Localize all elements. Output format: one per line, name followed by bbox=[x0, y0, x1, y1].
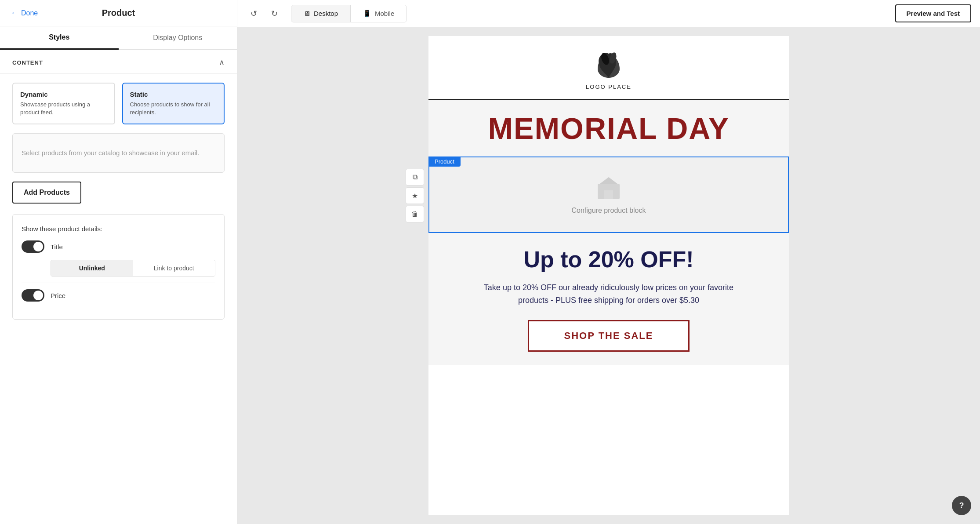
canvas-area: LOGO PLACE MEMORIAL DAY Product ⧉ ★ 🗑 bbox=[237, 27, 980, 524]
done-button[interactable]: ← Done bbox=[11, 8, 38, 18]
favorite-tool-button[interactable]: ★ bbox=[406, 187, 424, 204]
delete-tool-button[interactable]: 🗑 bbox=[406, 206, 424, 222]
logo-icon bbox=[591, 49, 626, 82]
product-block: Configure product block bbox=[428, 156, 789, 233]
panel-header: ← Done Product bbox=[0, 0, 237, 26]
title-detail-row: Title bbox=[22, 240, 215, 253]
email-promo: Up to 20% OFF! Take up to 20% OFF our al… bbox=[428, 233, 789, 365]
side-tools: ⧉ ★ 🗑 bbox=[406, 169, 424, 222]
left-panel: ← Done Product Styles Display Options CO… bbox=[0, 0, 237, 524]
desktop-label: Desktop bbox=[314, 10, 338, 17]
hero-text: MEMORIAL DAY bbox=[446, 113, 771, 143]
product-block-icon bbox=[595, 175, 622, 201]
preview-test-button[interactable]: Preview and Test bbox=[895, 4, 971, 22]
shop-button[interactable]: SHOP THE SALE bbox=[528, 320, 690, 352]
title-detail-label: Title bbox=[51, 243, 63, 251]
link-to-product-button[interactable]: Link to product bbox=[133, 260, 215, 276]
price-toggle[interactable] bbox=[22, 289, 44, 302]
content-section-body: Dynamic Showcase products using a produc… bbox=[0, 74, 237, 328]
svg-rect-4 bbox=[604, 190, 613, 199]
unlinked-button[interactable]: Unlinked bbox=[51, 260, 133, 276]
static-card[interactable]: Static Choose products to show for all r… bbox=[122, 83, 225, 124]
promo-title: Up to 20% OFF! bbox=[455, 246, 762, 273]
mobile-view-button[interactable]: 📱 Mobile bbox=[351, 5, 407, 22]
view-toggle: 🖥 Desktop 📱 Mobile bbox=[291, 5, 407, 22]
content-type-row: Dynamic Showcase products using a produc… bbox=[12, 83, 225, 124]
email-logo-area: LOGO PLACE bbox=[428, 36, 789, 100]
dynamic-card-title: Dynamic bbox=[20, 91, 107, 98]
mobile-label: Mobile bbox=[375, 10, 394, 17]
dynamic-card-desc: Showcase products using a product feed. bbox=[20, 101, 107, 116]
svg-marker-3 bbox=[600, 177, 617, 184]
placeholder-text: Select products from your catalog to sho… bbox=[22, 148, 199, 158]
price-detail-row: Price bbox=[22, 289, 215, 302]
logo-text: LOGO PLACE bbox=[437, 84, 780, 90]
help-button[interactable]: ? bbox=[952, 496, 971, 515]
product-block-config-text: Configure product block bbox=[572, 207, 646, 215]
product-label-tab: Product bbox=[428, 156, 461, 167]
mobile-icon: 📱 bbox=[363, 10, 371, 18]
tab-styles[interactable]: Styles bbox=[0, 26, 119, 50]
email-canvas: LOGO PLACE MEMORIAL DAY Product ⧉ ★ 🗑 bbox=[428, 36, 789, 515]
toolbar: ↺ ↻ 🖥 Desktop 📱 Mobile Preview and Test bbox=[237, 0, 980, 27]
title-toggle[interactable] bbox=[22, 240, 44, 253]
price-detail-label: Price bbox=[51, 292, 65, 299]
redo-button[interactable]: ↻ bbox=[267, 6, 282, 21]
promo-desc: Take up to 20% OFF our already ridiculou… bbox=[477, 281, 740, 307]
tab-display-options[interactable]: Display Options bbox=[119, 26, 237, 49]
email-hero: MEMORIAL DAY bbox=[428, 100, 789, 156]
dynamic-card[interactable]: Dynamic Showcase products using a produc… bbox=[12, 83, 115, 124]
product-placeholder: Select products from your catalog to sho… bbox=[12, 133, 225, 173]
undo-button[interactable]: ↺ bbox=[246, 6, 261, 21]
content-section-label: CONTENT bbox=[12, 59, 43, 66]
content-section-header: CONTENT ∧ bbox=[0, 50, 237, 74]
static-card-desc: Choose products to show for all recipien… bbox=[130, 101, 217, 116]
product-block-wrapper[interactable]: Product ⧉ ★ 🗑 Configure product block bbox=[428, 156, 789, 233]
desktop-icon: 🖥 bbox=[304, 10, 310, 17]
title-link-toggle-group: Unlinked Link to product bbox=[51, 260, 215, 277]
right-panel: ↺ ↻ 🖥 Desktop 📱 Mobile Preview and Test bbox=[237, 0, 980, 524]
back-arrow-icon: ← bbox=[11, 8, 18, 18]
tabs: Styles Display Options bbox=[0, 26, 237, 50]
product-details-label: Show these product details: bbox=[22, 225, 215, 233]
panel-title: Product bbox=[102, 8, 135, 18]
detail-divider bbox=[22, 283, 215, 283]
static-card-title: Static bbox=[130, 91, 217, 98]
add-products-button[interactable]: Add Products bbox=[12, 182, 81, 204]
done-label: Done bbox=[21, 9, 38, 17]
copy-tool-button[interactable]: ⧉ bbox=[406, 169, 424, 186]
desktop-view-button[interactable]: 🖥 Desktop bbox=[291, 5, 350, 22]
product-details-box: Show these product details: Title Unlink… bbox=[12, 214, 225, 320]
collapse-button[interactable]: ∧ bbox=[219, 58, 225, 67]
